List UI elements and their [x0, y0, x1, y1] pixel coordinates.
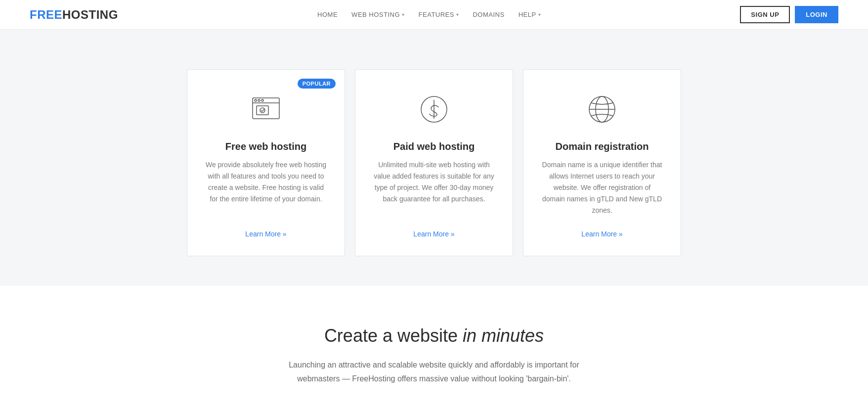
bottom-title-normal: Create a website — [324, 325, 458, 346]
card-learn-more-domain[interactable]: Learn More » — [581, 230, 622, 238]
card-free-hosting: POPULAR Free web hosting We provide abso… — [187, 69, 345, 256]
dollar-svg — [417, 92, 451, 127]
svg-point-3 — [258, 99, 260, 101]
main-content: POPULAR Free web hosting We provide abso… — [0, 30, 868, 286]
browser-svg — [249, 92, 283, 127]
nav-features[interactable]: FEATURES ▾ — [419, 11, 459, 18]
header: FREEHOSTING HOME WEB HOSTING ▾ FEATURES … — [0, 0, 868, 30]
login-button[interactable]: LOGIN — [795, 6, 838, 23]
bottom-title: Create a website in minutes — [30, 325, 838, 346]
popular-badge: POPULAR — [298, 79, 336, 89]
dollar-icon — [414, 90, 454, 129]
nav-web-hosting[interactable]: WEB HOSTING ▾ — [351, 11, 404, 18]
bottom-description: Launching an attractive and scalable web… — [281, 358, 587, 385]
card-title-free: Free web hosting — [225, 141, 306, 152]
logo-hosting: HOSTING — [62, 8, 118, 21]
globe-icon — [582, 90, 622, 129]
svg-rect-5 — [257, 106, 268, 115]
nav-home[interactable]: HOME — [317, 11, 338, 18]
chevron-down-icon: ▾ — [538, 12, 541, 17]
card-domain-registration: Domain registration Domain name is a uni… — [523, 69, 681, 256]
card-desc-domain: Domain name is a unique identifier that … — [541, 159, 663, 216]
svg-point-2 — [255, 99, 257, 101]
browser-icon — [246, 90, 286, 129]
chevron-down-icon: ▾ — [456, 12, 459, 17]
globe-svg — [585, 92, 619, 127]
card-learn-more-free[interactable]: Learn More » — [245, 230, 286, 238]
svg-point-4 — [261, 99, 263, 101]
bottom-title-italic: in minutes — [463, 325, 544, 346]
nav-help[interactable]: HELP ▾ — [519, 11, 541, 18]
bottom-section: Create a website in minutes Launching an… — [0, 286, 868, 415]
signup-button[interactable]: SIGN UP — [740, 6, 790, 23]
nav: HOME WEB HOSTING ▾ FEATURES ▾ DOMAINS HE… — [317, 11, 541, 18]
logo-free: FREE — [30, 8, 62, 21]
header-buttons: SIGN UP LOGIN — [740, 6, 838, 23]
chevron-down-icon: ▾ — [402, 12, 405, 17]
cards-container: POPULAR Free web hosting We provide abso… — [174, 69, 694, 256]
card-title-domain: Domain registration — [556, 141, 649, 152]
card-desc-paid: Unlimited multi-site web hosting with va… — [373, 159, 495, 216]
svg-point-6 — [260, 108, 265, 113]
card-title-paid: Paid web hosting — [393, 141, 475, 152]
logo[interactable]: FREEHOSTING — [30, 8, 118, 22]
card-desc-free: We provide absolutely free web hosting w… — [205, 159, 327, 216]
card-learn-more-paid[interactable]: Learn More » — [413, 230, 454, 238]
card-paid-hosting: Paid web hosting Unlimited multi-site we… — [355, 69, 513, 256]
nav-domains[interactable]: DOMAINS — [473, 11, 504, 18]
